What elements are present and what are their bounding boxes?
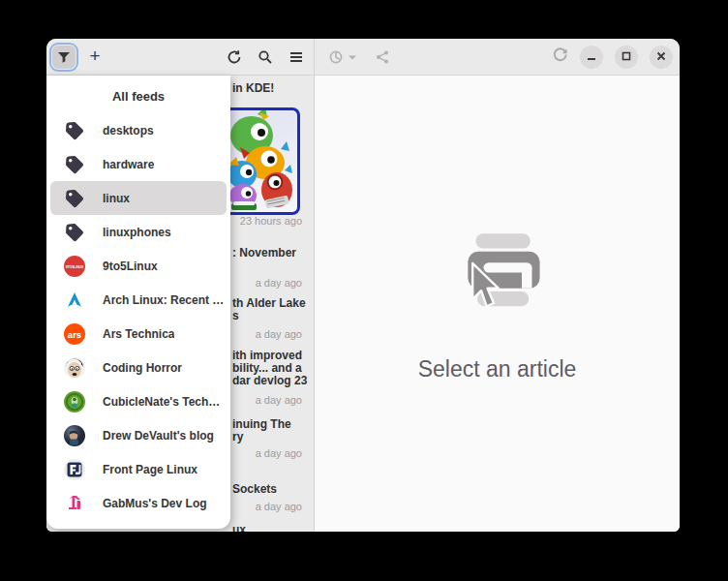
article-timestamp: a day ago	[256, 326, 302, 342]
front-page-linux-favicon	[63, 458, 86, 481]
tag-icon	[63, 221, 86, 244]
hamburger-icon	[288, 49, 304, 65]
feed-label: Ars Technica	[103, 327, 174, 341]
share-icon	[375, 49, 390, 65]
konqi-dragons-image	[230, 110, 294, 212]
headerbar-right	[315, 39, 680, 75]
maximize-icon	[622, 49, 631, 64]
popover-title: All feeds	[46, 84, 230, 113]
add-feed-button[interactable]: +	[83, 46, 106, 69]
feed-label: CubicleNate's Techpad	[103, 395, 227, 409]
menu-button[interactable]	[285, 46, 308, 69]
share-button[interactable]	[371, 46, 394, 69]
empty-state-text: Select an article	[418, 356, 577, 382]
article-title-fragment[interactable]: ry	[232, 429, 243, 444]
article-title-fragment[interactable]: in KDE!	[232, 80, 274, 96]
tag-item-linux[interactable]: linux	[50, 181, 227, 215]
article-timestamp: 23 hours ago	[240, 213, 302, 229]
article-title-fragment[interactable]: th Alder Lake	[232, 295, 306, 311]
tag-label: linux	[103, 192, 130, 205]
feed-item-ars-technica[interactable]: ars Ars Technica	[50, 317, 227, 351]
maximize-button[interactable]	[615, 46, 638, 69]
close-button[interactable]	[650, 46, 673, 69]
article-title-fragment[interactable]: Sockets	[232, 481, 277, 497]
filter-feeds-button[interactable]	[52, 46, 76, 69]
9to5linux-favicon: 9TO5LINUX	[63, 255, 86, 278]
app-window: +	[46, 39, 680, 532]
tag-item-linuxphones[interactable]: linuxphones	[50, 215, 227, 249]
refresh-button[interactable]	[223, 46, 246, 69]
funnel-icon	[56, 49, 72, 65]
feed-label: Drew DeVault's blog	[103, 429, 214, 443]
headerbar-left: +	[46, 39, 315, 75]
tag-label: hardware	[103, 158, 154, 171]
coding-horror-favicon	[63, 356, 86, 380]
minimize-icon	[587, 49, 596, 64]
article-title-fragment[interactable]: s	[232, 308, 239, 323]
feeds-popover: All feeds desktops hardware linux linuxp…	[46, 76, 230, 529]
drew-devault-favicon	[63, 424, 86, 447]
feed-item-gabmus[interactable]: GabMus's Dev Log	[50, 486, 227, 520]
arch-linux-favicon	[63, 289, 86, 312]
chevron-down-icon	[348, 53, 357, 61]
feed-label: Front Page Linux	[103, 463, 197, 476]
tag-icon	[63, 119, 86, 142]
search-icon	[258, 49, 273, 65]
svg-text:ars: ars	[68, 328, 81, 339]
headerbar: +	[46, 39, 680, 76]
article-timestamp: a day ago	[256, 499, 302, 514]
feed-item-drew-devault[interactable]: Drew DeVault's blog	[50, 418, 227, 452]
ars-technica-favicon: ars	[63, 322, 86, 346]
feed-item-arch-linux[interactable]: Arch Linux: Recent ne…	[50, 283, 227, 317]
feed-label: 9to5Linux	[103, 260, 158, 273]
plus-icon: +	[89, 46, 100, 65]
article-title-fragment[interactable]: ux	[232, 522, 246, 532]
tag-icon	[63, 187, 86, 210]
tag-item-hardware[interactable]: hardware	[50, 147, 227, 181]
refresh-icon	[227, 49, 242, 65]
feed-label: Arch Linux: Recent ne…	[103, 293, 227, 307]
gabmus-favicon	[63, 492, 86, 515]
feed-item-9to5linux[interactable]: 9TO5LINUX 9to5Linux	[50, 249, 227, 283]
minimize-button[interactable]	[580, 46, 603, 69]
tag-icon	[63, 153, 86, 176]
feed-item-front-page-linux[interactable]: Front Page Linux	[50, 452, 227, 486]
content-pane: Select an article	[315, 76, 680, 532]
svg-text:9TO5LINUX: 9TO5LINUX	[66, 264, 84, 268]
tag-label: linuxphones	[103, 226, 171, 239]
cubiclenate-favicon	[63, 390, 86, 413]
globe-icon	[328, 49, 344, 65]
article-title-fragment[interactable]: dar devlog 23	[232, 373, 307, 388]
article-timestamp: a day ago	[256, 445, 302, 461]
feed-item-coding-horror[interactable]: Coding Horror	[50, 351, 227, 384]
tag-label: desktops	[103, 124, 154, 138]
tag-item-desktops[interactable]: desktops	[50, 113, 227, 147]
search-button[interactable]	[254, 46, 277, 69]
close-icon	[656, 49, 666, 64]
article-timestamp: a day ago	[256, 392, 302, 408]
feed-item-cubiclenate[interactable]: CubicleNate's Techpad	[50, 384, 227, 418]
article-thumbnail[interactable]	[230, 107, 300, 215]
feed-label: Coding Horror	[103, 361, 182, 375]
feeds-app-empty-icon	[449, 225, 546, 321]
view-mode-button[interactable]	[326, 46, 359, 69]
article-timestamp: a day ago	[256, 275, 302, 290]
article-title-fragment[interactable]: : November	[232, 245, 296, 260]
sync-progress-icon	[552, 46, 568, 67]
desktop-background: { "header": { "add_label": "+" }, "popov…	[0, 0, 728, 581]
feed-label: GabMus's Dev Log	[103, 497, 207, 510]
